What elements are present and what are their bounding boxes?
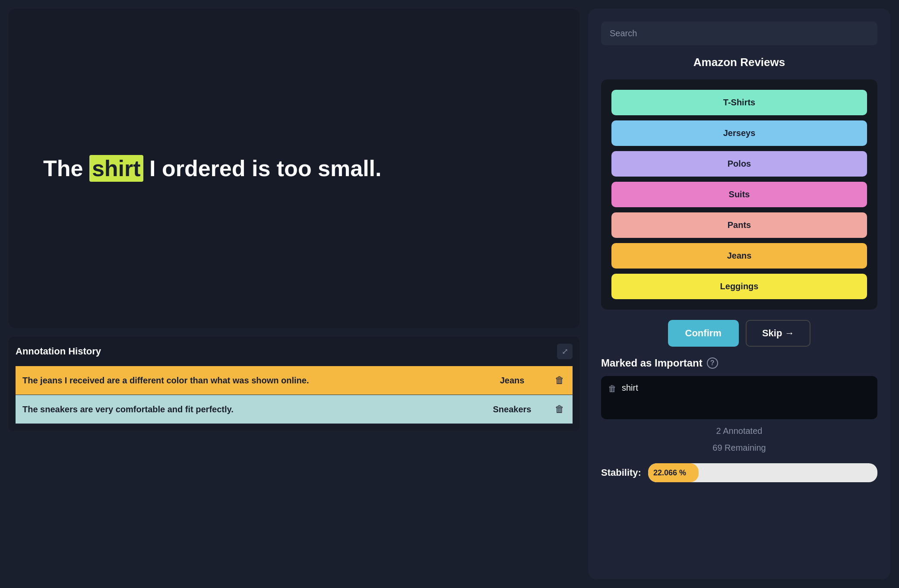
search-input[interactable] [601, 22, 877, 45]
highlighted-word[interactable]: shirt [89, 155, 143, 182]
category-leggings[interactable]: Leggings [611, 274, 867, 299]
left-panel: The shirt I ordered is too small. Annota… [0, 0, 588, 588]
history-label-1: Jeans [478, 367, 547, 394]
history-title: Annotation History [16, 346, 101, 357]
history-delete-1[interactable]: 🗑 [547, 366, 573, 395]
expand-icon[interactable]: ⤢ [557, 344, 573, 359]
action-buttons: Confirm Skip → [601, 320, 877, 347]
history-sentence-1: The jeans I received are a different col… [16, 367, 478, 394]
right-panel: Amazon Reviews T-Shirts Jerseys Polos Su… [588, 9, 890, 579]
table-row: The sneakers are very comfortable and fi… [16, 395, 573, 424]
history-header: Annotation History ⤢ [16, 344, 573, 359]
categories-container: T-Shirts Jerseys Polos Suits Pants Jeans… [601, 79, 877, 310]
marked-word: shirt [622, 383, 638, 393]
history-delete-2[interactable]: 🗑 [547, 395, 573, 424]
category-jerseys[interactable]: Jerseys [611, 120, 867, 146]
amazon-reviews-title: Amazon Reviews [601, 56, 877, 69]
table-row: The jeans I received are a different col… [16, 366, 573, 395]
marked-section: Marked as Important ? 🗑 shirt 2 Annotate… [601, 357, 877, 453]
category-suits[interactable]: Suits [611, 182, 867, 207]
sentence-after: I ordered is too small. [143, 156, 382, 181]
stability-label: Stability: [601, 467, 641, 478]
annotation-history: Annotation History ⤢ The jeans I receive… [9, 337, 579, 431]
skip-button[interactable]: Skip → [746, 320, 811, 347]
remaining-count: 69 Remaining [601, 443, 877, 453]
category-jeans[interactable]: Jeans [611, 243, 867, 269]
history-sentence-2: The sneakers are very comfortable and fi… [16, 396, 478, 423]
help-icon[interactable]: ? [707, 357, 718, 369]
marked-trash-icon[interactable]: 🗑 [608, 384, 617, 394]
main-text-area: The shirt I ordered is too small. [9, 9, 579, 328]
stability-bar-container: 22.066 % [648, 463, 877, 482]
stability-bar-fill: 22.066 % [648, 463, 699, 482]
marked-word-box: 🗑 shirt [601, 376, 877, 419]
history-label-2: Sneakers [478, 396, 547, 423]
main-sentence: The shirt I ordered is too small. [43, 153, 382, 184]
stability-value: 22.066 % [653, 468, 686, 477]
annotated-count: 2 Annotated [601, 426, 877, 436]
category-tshirts[interactable]: T-Shirts [611, 90, 867, 115]
confirm-button[interactable]: Confirm [668, 320, 739, 347]
marked-as-important-title: Marked as Important ? [601, 357, 877, 369]
category-pants[interactable]: Pants [611, 212, 867, 238]
stability-section: Stability: 22.066 % [601, 463, 877, 482]
sentence-before: The [43, 156, 89, 181]
category-polos[interactable]: Polos [611, 151, 867, 177]
